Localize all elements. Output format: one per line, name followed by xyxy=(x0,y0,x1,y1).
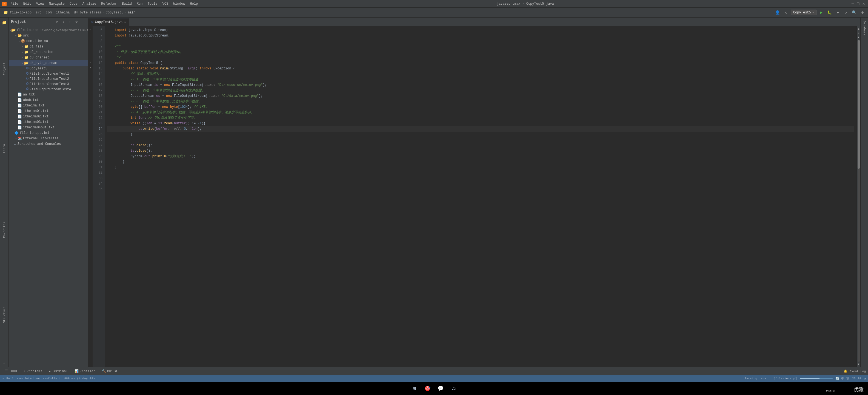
code-content[interactable]: import java.io.InputStream; import java.… xyxy=(105,26,857,367)
menu-item-code[interactable]: Code xyxy=(67,1,80,6)
close-button[interactable]: ✕ xyxy=(861,2,866,6)
tree-itheima04out-txt[interactable]: 📄 itheima04out.txt xyxy=(9,125,88,130)
maximize-button[interactable]: □ xyxy=(856,2,860,6)
panel-actions[interactable]: ⊙ ↕ ↑ ⚙ ─ xyxy=(54,19,86,25)
tree-itheima02-txt[interactable]: 📄 itheima02.txt xyxy=(9,114,88,119)
event-log-label[interactable]: Event Log xyxy=(850,370,866,373)
code-line-20: byte[] buffer = new byte[1024]; // 1KB。 xyxy=(107,104,854,110)
minimize-button[interactable]: ─ xyxy=(850,2,855,6)
sidebar-label-favorites[interactable]: Favorites xyxy=(2,220,7,240)
menu-item-window[interactable]: Window xyxy=(171,1,187,6)
fold-icon: ▷ xyxy=(90,28,91,30)
tree-fileinputstreamtest2[interactable]: © FileInputStreamTest2 xyxy=(9,76,88,82)
debug-button[interactable]: 🐛 xyxy=(826,9,833,16)
back-btn[interactable]: ◁ xyxy=(782,9,789,16)
breadcrumb-item-5[interactable]: CopyTest5 xyxy=(106,11,124,15)
tree-itheima01-txt[interactable]: 📄 itheima01.txt xyxy=(9,108,88,114)
breadcrumb-item-6[interactable]: main xyxy=(128,11,135,15)
sidebar-label-learn[interactable]: Learn xyxy=(2,142,7,155)
taskbar-browser[interactable]: 🎯 xyxy=(423,384,432,393)
tab-label: CopyTest5.java xyxy=(95,20,123,24)
tree-root[interactable]: ▾ 📂 file-io-app D:\code\javasepromax\fil… xyxy=(9,27,88,33)
tree-abab-txt[interactable]: 📄 abab.txt xyxy=(9,97,88,103)
tree-fileinputstreamtest3[interactable]: © FileInputStreamTest3 xyxy=(9,82,88,87)
tree-d3-charset[interactable]: ▷ 📁 d3_charset xyxy=(9,55,88,60)
project-icon[interactable]: 📁 xyxy=(2,9,9,16)
tree-itheima03-txt[interactable]: 📄 itheima03.txt xyxy=(9,119,88,125)
tree-copytest5[interactable]: © CopyTest5 xyxy=(9,66,88,71)
menu-item-analyze[interactable]: Analyze xyxy=(80,1,98,6)
scrollbar-thumb[interactable] xyxy=(858,40,860,169)
expand-btn[interactable]: ↕ xyxy=(61,19,66,25)
search-button[interactable]: 🔍 xyxy=(851,9,858,16)
tree-itheima-txt[interactable]: 📄 itheima.txt xyxy=(9,103,88,108)
menu-item-tools[interactable]: Tools xyxy=(146,1,160,6)
breadcrumb-item-4[interactable]: d4_byte_stream xyxy=(74,11,102,15)
collapse-btn[interactable]: ↑ xyxy=(67,19,72,25)
cursor-position: 23:38 xyxy=(852,377,861,380)
breadcrumb-item-3[interactable]: itheima xyxy=(56,11,70,15)
menu-item-help[interactable]: Help xyxy=(188,1,200,6)
breadcrumb-item-2[interactable]: com xyxy=(46,11,52,15)
com-arrow: ▾ xyxy=(18,39,21,43)
tab-profiler[interactable]: 📊 Profiler xyxy=(72,368,98,375)
tab-build[interactable]: 🔨 Build xyxy=(99,368,120,375)
menu-item-build[interactable]: Build xyxy=(120,1,134,6)
tab-terminal[interactable]: ▸ Terminal xyxy=(46,368,71,375)
coverage-button[interactable]: ☂ xyxy=(835,9,841,16)
sidebar-icon-project[interactable]: 📁 xyxy=(1,19,8,26)
locate-btn[interactable]: ⊙ xyxy=(54,19,59,25)
run-button[interactable]: ▶ xyxy=(818,9,825,16)
java-class-icon4: © xyxy=(26,82,29,86)
right-sidebar: Database xyxy=(860,18,868,367)
menu-item-navigate[interactable]: Navigate xyxy=(46,1,67,6)
code-editor[interactable]: ▷ ▾ ▾ xyxy=(88,26,860,367)
run-config-selector[interactable]: CopyTest5 ▾ xyxy=(791,9,816,16)
tab-problems[interactable]: ⚠ Problems xyxy=(21,368,45,375)
settings-button[interactable]: ⚙ xyxy=(859,9,866,16)
tree-aa-txt[interactable]: 📄 aa.txt xyxy=(9,92,88,97)
taskbar-chat[interactable]: 💬 xyxy=(436,384,445,393)
more-run-btn[interactable]: ▷ xyxy=(843,9,849,16)
menu-item-run[interactable]: Run xyxy=(134,1,145,6)
breadcrumb-item-0[interactable]: file-io-app xyxy=(10,11,32,15)
panel-settings[interactable]: ⚙ xyxy=(74,19,79,25)
taskbar-windows[interactable]: ⊞ xyxy=(410,384,418,393)
tab-close-btn[interactable]: ✕ xyxy=(124,21,126,24)
fileinput3-name: FileInputStreamTest3 xyxy=(30,82,69,86)
tree-d2-recursion[interactable]: ▷ 📁 d2_recursion xyxy=(9,49,88,55)
sidebar-collapse-btn[interactable]: ◁ xyxy=(1,359,8,367)
menu-item-edit[interactable]: Edit xyxy=(21,1,33,6)
tree-ext-libs[interactable]: ▷ 📚 External Libraries xyxy=(9,136,88,141)
sidebar-label-structure[interactable]: Structure xyxy=(2,305,7,325)
menu-item-view[interactable]: View xyxy=(34,1,46,6)
tab-todo[interactable]: ☰ TODO xyxy=(2,368,20,375)
tree-src[interactable]: ▾ 📂 src xyxy=(9,33,88,38)
scroll-up-btn[interactable]: ▲ xyxy=(858,36,859,39)
tree-fileinputstreamtest1[interactable]: © FileInputStreamTest1 xyxy=(9,71,88,76)
breadcrumb-item-1[interactable]: src xyxy=(36,11,42,15)
window-controls[interactable]: ─ □ ✕ xyxy=(850,2,866,6)
menu-item-vcs[interactable]: VCS xyxy=(160,1,171,6)
tree-scratches[interactable]: ✏ Scratches and Consoles xyxy=(9,141,88,147)
scrollbar-track[interactable] xyxy=(858,40,860,362)
root-name: file-io-app xyxy=(17,28,38,32)
tab-copytest5[interactable]: © CopyTest5.java ✕ xyxy=(88,18,129,26)
code-line-12: public class CopyTest5 { xyxy=(107,60,854,66)
database-label[interactable]: Database xyxy=(862,19,867,37)
code-line-13: public static void main(String[] args) t… xyxy=(107,66,854,71)
menu-bar[interactable]: FileEditViewNavigateCodeAnalyzeRefactorB… xyxy=(8,1,200,6)
panel-minimize[interactable]: ─ xyxy=(80,19,86,25)
editor-scrollbar[interactable]: ✱ 2 ▲ ▼ xyxy=(857,26,860,367)
tree-d1-file[interactable]: ▷ 📁 d1_file xyxy=(9,44,88,49)
sidebar-label-project[interactable]: Project xyxy=(2,60,7,77)
menu-item-refactor[interactable]: Refactor xyxy=(99,1,119,6)
taskbar-files[interactable]: 🗂 xyxy=(450,384,458,393)
menu-item-file[interactable]: File xyxy=(8,1,21,6)
tree-iml[interactable]: 🔷 file-io-app.iml xyxy=(9,130,88,136)
tree-d4-byte-stream[interactable]: ▾ 📂 d4_byte_stream xyxy=(9,60,88,66)
scroll-down-btn[interactable]: ▼ xyxy=(858,363,859,366)
tree-com-itheima[interactable]: ▾ 📦 com.itheima xyxy=(9,38,88,44)
profile-btn[interactable]: 👤 xyxy=(774,9,781,16)
tree-fileoutputstreamtest4[interactable]: © FileOutputStreamTest4 xyxy=(9,87,88,92)
